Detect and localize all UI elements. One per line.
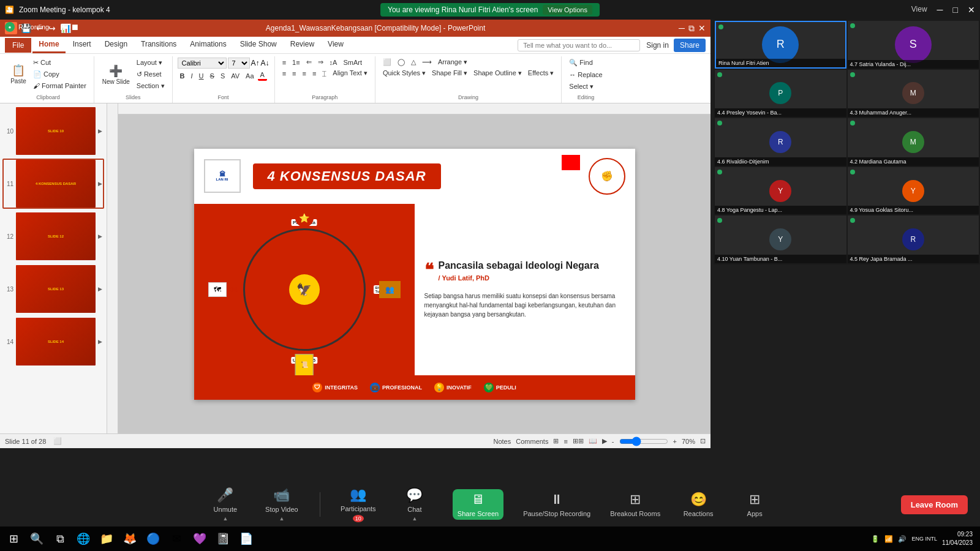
column-spacing-button[interactable]: ⌶ bbox=[320, 69, 329, 78]
tab-file[interactable]: File bbox=[5, 38, 31, 53]
char-spacing-button[interactable]: AV bbox=[228, 72, 242, 80]
slide-canvas[interactable]: 🏛 LAN RI 4 KONSENSUS DASAR ✊ bbox=[194, 149, 635, 400]
strikethrough-button[interactable]: S bbox=[208, 72, 217, 80]
change-case-button[interactable]: Aa bbox=[243, 72, 256, 80]
decrease-font-btn[interactable]: A↓ bbox=[261, 59, 270, 67]
sign-in-link[interactable]: Sign in bbox=[646, 41, 669, 50]
bold-button[interactable]: B bbox=[178, 72, 187, 80]
ppt-restore[interactable]: ⧉ bbox=[688, 23, 695, 34]
bullets-button[interactable]: ≡ bbox=[280, 58, 288, 67]
stop-video-button[interactable]: 📹 Stop Video ▲ bbox=[263, 487, 300, 522]
share-button[interactable]: Share bbox=[674, 39, 706, 52]
leave-room-button[interactable]: Leave Room bbox=[901, 495, 968, 514]
minimize-button[interactable]: ─ bbox=[937, 5, 943, 15]
align-center-button[interactable]: ≡ bbox=[290, 69, 298, 78]
align-right-button[interactable]: ≡ bbox=[300, 69, 308, 78]
arrange-button[interactable]: Arrange ▾ bbox=[435, 58, 470, 67]
apps-button[interactable]: ⊞ Apps bbox=[736, 492, 773, 517]
tab-design[interactable]: Design bbox=[99, 37, 134, 53]
unmute-button[interactable]: 🎤 Unmute ▲ bbox=[207, 487, 244, 522]
shapes-gallery[interactable]: ⬜ bbox=[380, 58, 394, 67]
increase-indent-button[interactable]: ⇒ bbox=[315, 58, 326, 67]
edge-button[interactable]: 🌐 bbox=[72, 528, 94, 550]
explorer-button[interactable]: 📁 bbox=[96, 528, 118, 550]
ppt-close[interactable]: ✕ bbox=[698, 23, 706, 34]
decrease-indent-button[interactable]: ⇐ bbox=[304, 58, 314, 67]
view-presentation[interactable]: ▶ bbox=[602, 437, 607, 445]
align-text-button[interactable]: Align Text ▾ bbox=[330, 69, 370, 78]
select-button[interactable]: Select ▾ bbox=[567, 81, 605, 92]
fit-window[interactable]: ⊡ bbox=[700, 437, 706, 445]
copy-button[interactable]: 📄 Copy bbox=[31, 69, 89, 80]
notes-button[interactable]: Notes bbox=[494, 438, 511, 445]
cut-button[interactable]: ✂ Cut bbox=[31, 58, 89, 68]
numbering-button[interactable]: 1≡ bbox=[290, 58, 303, 67]
tab-slideshow[interactable]: Slide Show bbox=[234, 37, 283, 53]
tab-transitions[interactable]: Transitions bbox=[135, 37, 183, 53]
slide-thumb-10[interactable]: 10 SLIDE 10 ▶ bbox=[2, 106, 104, 156]
stop-recording-btn[interactable]: ⏹ bbox=[70, 22, 79, 32]
ppt-minimize[interactable]: ─ bbox=[679, 23, 685, 34]
comments-button[interactable]: Comments bbox=[516, 438, 548, 445]
shapes-gallery3[interactable]: △ bbox=[409, 58, 418, 67]
start-button[interactable]: ⊞ bbox=[2, 528, 24, 550]
shape-effects-button[interactable]: Effects ▾ bbox=[526, 69, 556, 78]
tab-view[interactable]: View bbox=[322, 37, 350, 53]
slide-thumb-11[interactable]: 11 4 KONSENSUS DASAR ▶ bbox=[2, 159, 104, 209]
zoom-in[interactable]: + bbox=[673, 438, 677, 445]
slide-panel[interactable]: 10 SLIDE 10 ▶ 11 4 KONSENSUS DASAR ▶ bbox=[0, 103, 107, 433]
justify-button[interactable]: ≡ bbox=[310, 69, 318, 78]
layout-button[interactable]: Layout ▾ bbox=[134, 58, 167, 68]
teams-button[interactable]: 💜 bbox=[189, 528, 211, 550]
tab-animations[interactable]: Animations bbox=[184, 37, 232, 53]
breakout-rooms-button[interactable]: ⊞ Breakout Rooms bbox=[610, 492, 660, 517]
view-options-button[interactable]: View Options bbox=[543, 5, 592, 15]
chrome-button[interactable]: 🔵 bbox=[142, 528, 164, 550]
slide-thumb-12[interactable]: 12 SLIDE 12 ▶ bbox=[2, 211, 104, 261]
share-screen-button[interactable]: 🖥 Share Screen bbox=[453, 489, 503, 520]
align-left-button[interactable]: ≡ bbox=[280, 69, 288, 78]
view-reading[interactable]: 📖 bbox=[589, 437, 597, 445]
participants-button[interactable]: 👥 Participants 10 bbox=[340, 487, 377, 522]
font-name-select[interactable]: Calibri bbox=[178, 58, 227, 69]
chat-button[interactable]: 💬 Chat ▲ bbox=[396, 487, 433, 522]
text-direction-button[interactable]: ↕A bbox=[327, 58, 340, 67]
font-size-select[interactable]: 7 bbox=[228, 58, 250, 69]
tab-review[interactable]: Review bbox=[284, 37, 320, 53]
shape-outline-button[interactable]: Shape Outline ▾ bbox=[471, 69, 524, 78]
new-slide-button[interactable]: ➕ New Slide bbox=[99, 62, 133, 87]
firefox-button[interactable]: 🦊 bbox=[119, 528, 141, 550]
zoom-slider[interactable] bbox=[619, 437, 668, 446]
search-button[interactable]: 🔍 bbox=[26, 528, 48, 550]
replace-button[interactable]: ↔ Replace bbox=[567, 70, 605, 80]
slide-thumb-13[interactable]: 13 SLIDE 13 ▶ bbox=[2, 264, 104, 314]
view-slide-sorter[interactable]: ⊞⊞ bbox=[573, 437, 584, 445]
tab-insert[interactable]: Insert bbox=[67, 37, 97, 53]
pause-recording-btn[interactable]: ⏸ bbox=[58, 22, 67, 32]
reactions-button[interactable]: 😊 Reactions bbox=[680, 492, 717, 517]
font-color-button[interactable]: A bbox=[258, 70, 267, 81]
maximize-button[interactable]: □ bbox=[953, 5, 958, 15]
taskview-button[interactable]: ⧉ bbox=[49, 528, 71, 550]
italic-button[interactable]: I bbox=[189, 72, 195, 80]
ribbon-search[interactable] bbox=[518, 39, 640, 51]
section-button[interactable]: Section ▾ bbox=[134, 81, 167, 91]
paste-button[interactable]: 📋 Paste bbox=[7, 62, 29, 86]
convert-to-smartart-button[interactable]: SmArt bbox=[341, 58, 364, 67]
view-outline[interactable]: ≡ bbox=[564, 438, 567, 445]
mail-button[interactable]: ✉ bbox=[165, 528, 187, 550]
underline-button[interactable]: U bbox=[197, 72, 206, 80]
increase-font-btn[interactable]: A↑ bbox=[251, 59, 260, 67]
view-normal[interactable]: ⊞ bbox=[553, 437, 559, 445]
shape-fill-button[interactable]: Shape Fill ▾ bbox=[429, 69, 470, 78]
tab-home[interactable]: Home bbox=[32, 37, 65, 53]
word-button[interactable]: 📄 bbox=[235, 528, 257, 550]
close-button[interactable]: ✕ bbox=[968, 5, 975, 15]
find-button[interactable]: 🔍 Find bbox=[567, 58, 605, 68]
slide-thumb-14[interactable]: 14 SLIDE 14 ▶ bbox=[2, 317, 104, 367]
zoom-out[interactable]: - bbox=[612, 438, 614, 445]
recording-button[interactable]: ⏸ Pause/Stop Recording bbox=[523, 492, 590, 517]
shapes-gallery4[interactable]: ⟶ bbox=[420, 58, 434, 67]
shapes-gallery2[interactable]: ◯ bbox=[395, 58, 407, 67]
reset-button[interactable]: ↺ Reset bbox=[134, 69, 167, 80]
